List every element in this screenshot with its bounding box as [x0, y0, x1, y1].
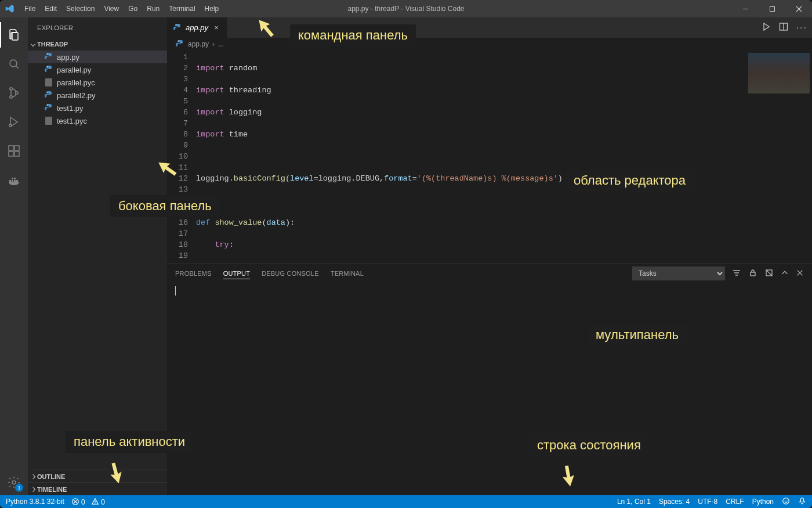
- status-feedback-icon[interactable]: [782, 497, 790, 507]
- svg-point-11: [12, 481, 16, 484]
- svg-rect-9: [9, 152, 13, 156]
- status-indentation[interactable]: Spaces: 4: [659, 498, 690, 506]
- pyc-file-icon: [44, 116, 53, 125]
- svg-point-12: [47, 53, 48, 54]
- clear-output-icon[interactable]: [764, 268, 774, 279]
- folder-header[interactable]: THREADP: [28, 38, 167, 51]
- panel-tab-problems[interactable]: PROBLEMS: [175, 268, 212, 279]
- vscode-window: File Edit Selection View Go Run Terminal…: [0, 0, 812, 508]
- chevron-right-icon: [31, 474, 35, 478]
- run-icon[interactable]: [762, 22, 771, 34]
- python-file-icon: [44, 103, 53, 113]
- editor-tab[interactable]: app.py ×: [167, 17, 227, 38]
- minimap[interactable]: [742, 51, 812, 263]
- svg-point-3: [10, 88, 12, 90]
- activity-explorer-icon[interactable]: [0, 22, 28, 48]
- svg-point-24: [783, 498, 789, 504]
- folder-name: THREADP: [37, 41, 68, 48]
- file-name: app.py: [57, 53, 79, 62]
- python-file-icon: [44, 91, 53, 100]
- file-name: parallel.py: [57, 66, 91, 74]
- chevron-up-icon[interactable]: [781, 269, 789, 278]
- output-body[interactable]: [167, 283, 812, 495]
- panel-tab-debug-console[interactable]: DEBUG CONSOLE: [262, 268, 319, 279]
- activity-docker-icon[interactable]: [0, 167, 28, 193]
- section-label: TIMELINE: [37, 486, 67, 493]
- file-item[interactable]: app.py: [28, 51, 167, 63]
- svg-point-18: [176, 24, 176, 25]
- window-maximize-icon[interactable]: [759, 0, 785, 17]
- svg-point-6: [9, 124, 12, 127]
- breadcrumbs[interactable]: app.py › ...: [167, 38, 812, 51]
- status-bar: Python 3.8.1 32-bit 0 0 Ln 1, Col 1 Spac…: [0, 495, 812, 508]
- sidebar-title: EXPLORER: [28, 17, 167, 38]
- error-count: 0: [81, 498, 85, 506]
- svg-point-20: [178, 41, 179, 41]
- svg-rect-7: [9, 146, 13, 150]
- svg-point-15: [47, 92, 48, 92]
- status-bell-icon[interactable]: [798, 497, 806, 507]
- file-name: test1.py: [57, 104, 84, 113]
- svg-point-4: [10, 96, 12, 98]
- status-cursor-position[interactable]: Ln 1, Col 1: [617, 498, 651, 506]
- svg-rect-8: [14, 146, 19, 150]
- settings-badge: 1: [15, 484, 23, 492]
- file-item[interactable]: test1.py: [28, 102, 167, 114]
- svg-rect-10: [14, 152, 19, 156]
- editor-body[interactable]: 12345678910111213141516171819 import ran…: [167, 51, 812, 263]
- breadcrumb-file: app.py: [188, 40, 209, 48]
- menu-file[interactable]: File: [20, 0, 40, 17]
- python-file-icon: [44, 52, 53, 62]
- python-file-icon: [173, 23, 182, 33]
- code-area[interactable]: import random import threading import lo…: [196, 51, 742, 263]
- panel-tab-output[interactable]: OUTPUT: [223, 268, 250, 279]
- more-icon[interactable]: ···: [796, 23, 807, 33]
- svg-rect-17: [45, 117, 52, 125]
- lock-scroll-icon[interactable]: [748, 268, 757, 279]
- svg-rect-1: [12, 33, 18, 40]
- activity-run-debug-icon[interactable]: [0, 109, 28, 135]
- svg-point-13: [47, 66, 48, 67]
- file-name: test1.pyc: [57, 117, 87, 125]
- file-item[interactable]: parallel2.py: [28, 89, 167, 102]
- file-item[interactable]: parallel.py: [28, 63, 167, 76]
- menu-terminal[interactable]: Terminal: [164, 0, 200, 17]
- activity-extensions-icon[interactable]: [0, 138, 28, 164]
- file-name: parallel.pyc: [57, 78, 95, 87]
- close-icon[interactable]: ×: [212, 23, 221, 33]
- python-file-icon: [44, 65, 53, 74]
- file-item[interactable]: test1.pyc: [28, 114, 167, 127]
- status-python-version[interactable]: Python 3.8.1 32-bit: [6, 498, 64, 506]
- svg-point-16: [47, 105, 48, 105]
- window-minimize-icon[interactable]: [732, 0, 759, 17]
- timeline-section[interactable]: TIMELINE: [28, 482, 167, 495]
- filter-icon[interactable]: [732, 268, 741, 279]
- section-label: OUTLINE: [37, 473, 65, 480]
- activity-settings-icon[interactable]: 1: [0, 470, 28, 495]
- window-close-icon[interactable]: [785, 0, 812, 17]
- menu-go[interactable]: Go: [124, 0, 142, 17]
- menu-help[interactable]: Help: [200, 0, 224, 17]
- output-channel-select[interactable]: Tasks: [632, 266, 725, 280]
- svg-rect-14: [45, 78, 52, 87]
- activity-bar: 1: [0, 17, 28, 495]
- status-eol[interactable]: CRLF: [726, 498, 744, 506]
- activity-search-icon[interactable]: [0, 51, 28, 77]
- panel-tab-terminal[interactable]: TERMINAL: [331, 268, 364, 279]
- menu-view[interactable]: View: [99, 0, 124, 17]
- menu-edit[interactable]: Edit: [40, 0, 61, 17]
- explorer-sidebar: EXPLORER THREADP app.py parallel.py para…: [28, 17, 167, 495]
- chevron-right-icon: [31, 487, 35, 491]
- outline-section[interactable]: OUTLINE: [28, 470, 167, 482]
- menu-selection[interactable]: Selection: [61, 0, 99, 17]
- bottom-panel: PROBLEMS OUTPUT DEBUG CONSOLE TERMINAL T…: [167, 263, 812, 495]
- status-problems[interactable]: 0 0: [71, 498, 105, 506]
- split-editor-icon[interactable]: [779, 22, 788, 34]
- file-item[interactable]: parallel.pyc: [28, 76, 167, 89]
- activity-source-control-icon[interactable]: [0, 80, 28, 106]
- status-language[interactable]: Python: [752, 498, 774, 506]
- python-file-icon: [175, 39, 184, 49]
- panel-close-icon[interactable]: [796, 269, 804, 278]
- menu-run[interactable]: Run: [142, 0, 164, 17]
- status-encoding[interactable]: UTF-8: [698, 498, 717, 506]
